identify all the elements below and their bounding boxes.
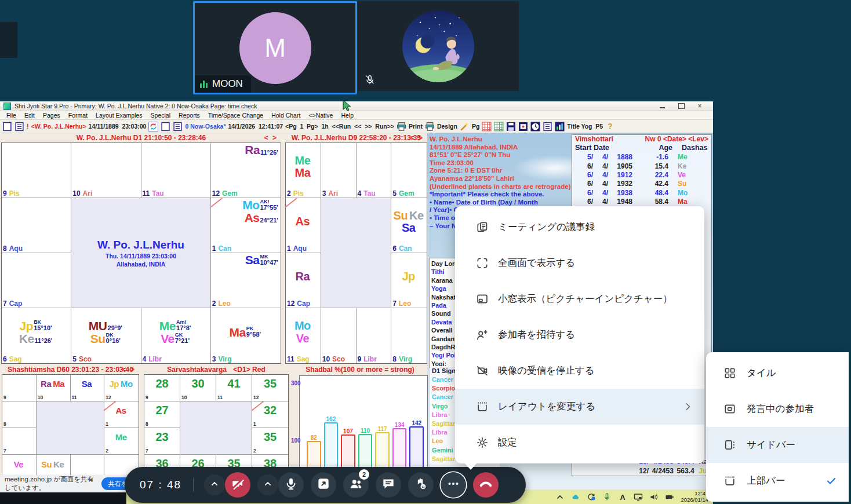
menu-item-label: 設定 <box>498 436 517 449</box>
toolbar-item[interactable]: 0 Now-Osaka* <box>185 123 226 130</box>
reactions-icon <box>413 476 428 494</box>
dasha-cell: -1.6 <box>632 153 668 162</box>
reactions-button[interactable] <box>408 472 434 498</box>
menu-time-space-change[interactable]: Time/Space Change <box>204 112 267 119</box>
submenu-item-label: タイル <box>747 367 776 379</box>
end-call-button[interactable] <box>473 472 499 498</box>
notes-icon <box>476 221 489 233</box>
tray-speaker-icon[interactable] <box>649 492 659 502</box>
menu-item-notes[interactable]: ミーティングの議事録 <box>455 209 704 245</box>
sign-number: 8 <box>3 244 7 253</box>
tray-chevron-icon[interactable] <box>555 492 565 502</box>
dasha-planet: Mo <box>678 189 695 198</box>
print-icon <box>397 122 406 132</box>
planet-abbrev: Su <box>41 460 52 469</box>
toolbar-item[interactable]: 14/11/1889 23:03:00 <box>89 123 147 130</box>
tray-cloud-icon[interactable] <box>571 492 580 502</box>
planet-meta: GK7°21' <box>175 333 190 344</box>
sign-name: Gem <box>399 189 414 198</box>
toolbar-item[interactable]: Design <box>437 123 457 130</box>
chat-button[interactable] <box>376 472 401 498</box>
cell-number: 2 <box>253 448 256 454</box>
menu-format[interactable]: Format <box>64 112 92 119</box>
submenu-item-speaker-view[interactable]: 発言中の参加者 <box>706 391 849 427</box>
menu-file[interactable]: File <box>2 112 20 119</box>
sign-name: Aqu <box>293 244 307 253</box>
shadbal-title: Shadbal %(100 or more = strong) <box>291 366 429 374</box>
planets: MeMa <box>287 144 318 189</box>
camera-options-button[interactable] <box>204 474 225 495</box>
planet-abbrev: As <box>116 406 126 415</box>
planet-abbrev: Me <box>294 155 310 166</box>
planet-abbrev: Jp <box>110 379 119 388</box>
video-tile-guest[interactable] <box>358 1 519 91</box>
planet-line: Sa <box>82 379 92 388</box>
menu-item-invite[interactable]: 参加者を招待する <box>455 317 704 353</box>
chart-nav-buttons[interactable]: < > <box>122 366 136 374</box>
planet-line: Me <box>294 155 310 166</box>
dasha-cell: 4/ <box>649 467 658 476</box>
toolbar-item[interactable]: <Pg 1 Pg> 1h <<Run << >> Run>> <box>285 123 394 130</box>
menu-pages[interactable]: Pages <box>39 112 64 119</box>
menu-item-gear[interactable]: 設定 <box>455 425 704 461</box>
submenu-item-topbar[interactable]: 上部バー <box>706 463 849 499</box>
taskbar-clock[interactable]: 12:412026/01/14 <box>681 491 708 503</box>
minimize-button[interactable] <box>659 103 667 109</box>
planet-meta: 11°26' <box>35 333 53 344</box>
menu--native[interactable]: <>Native <box>304 112 337 119</box>
participants-count-badge: 2 <box>359 469 369 480</box>
toolbar-item[interactable]: Pg <box>472 123 479 130</box>
planet-entry: As24°21' <box>245 211 278 224</box>
more-button[interactable] <box>441 472 466 498</box>
menu-reports[interactable]: Reports <box>174 112 204 119</box>
toolbar-item[interactable]: 14/1/2026 12:41:07 <box>228 123 283 130</box>
app-icon <box>3 103 11 110</box>
mic-button[interactable] <box>278 472 304 498</box>
submenu-item-sidebar[interactable]: サイドバー <box>706 427 849 463</box>
tray-sync-icon[interactable] <box>587 492 596 502</box>
planet-line: Jp <box>402 271 414 282</box>
close-button[interactable]: × <box>696 103 704 109</box>
tray-ime-a-icon[interactable]: A <box>618 492 627 502</box>
share-banner-text: meeting.zoho.jp が画面を共有しています。 <box>5 475 97 492</box>
menu-special[interactable]: Special <box>147 112 174 119</box>
planet-abbrev: Ma <box>53 379 64 388</box>
toolbar-item[interactable]: Title Yog P5 <box>567 123 603 130</box>
chart-header: W. Po. J.L.Nerhu D9 22:58:20 - 23:13:35<… <box>285 134 427 143</box>
menu-item-layout[interactable]: レイアウトを変更する <box>455 389 704 425</box>
toolbar-item[interactable]: <W. Po. J.L.Nerhu> <box>31 123 86 130</box>
menu-help[interactable]: Help <box>337 112 358 119</box>
toolbar-item[interactable]: Print <box>409 123 423 130</box>
chart-cell-9: 9 <box>2 375 37 401</box>
menu-item-fullscreen[interactable]: 全画面で表示する <box>455 245 704 281</box>
participants-button[interactable]: 2 <box>343 472 369 498</box>
tray-battery-icon[interactable] <box>665 492 674 502</box>
camera-button[interactable] <box>225 472 250 498</box>
menu-item-pip[interactable]: 小窓表示（ピクチャーインピクチャー） <box>455 281 704 317</box>
toolbar-item[interactable]: ! <box>27 123 29 130</box>
menu-layout-examples[interactable]: Layout Examples <box>92 112 147 119</box>
meeting-control-bar: 07 : 48 2 <box>125 467 526 503</box>
sign-number: 9 <box>358 355 362 363</box>
maximize-button[interactable] <box>677 103 685 109</box>
chart-nav-buttons[interactable]: < > <box>264 134 278 142</box>
app-titlebar[interactable]: Shri Jyoti Star 9 Pro - Primary: W. Po. … <box>0 101 713 111</box>
vimshottari-controls[interactable]: Nw 0 <Date> <Lev> <box>645 135 708 144</box>
mic-options-button[interactable] <box>257 474 278 495</box>
menu-edit[interactable]: Edit <box>20 112 39 119</box>
share-screen-button[interactable] <box>311 472 336 498</box>
planets: JpBK15°10'Ke11°26' <box>3 309 68 355</box>
tray-monitor-icon[interactable] <box>634 492 643 502</box>
sign-name: Virg <box>218 355 231 363</box>
chart-nav-buttons[interactable]: < > <box>410 134 424 142</box>
tray-mic-icon[interactable] <box>602 492 612 502</box>
sign-number: 2 <box>212 300 216 308</box>
video-tile-moon[interactable]: M MOON <box>193 1 357 94</box>
d60-chart: Shashtiamsha D60 23:01:23 - 23:03:40< >9… <box>2 366 139 482</box>
dasha-planet: Me <box>678 153 695 162</box>
planet-abbrev: Su <box>90 333 106 345</box>
submenu-item-tiles[interactable]: タイル <box>706 355 849 391</box>
menu-hold-chart[interactable]: Hold Chart <box>267 112 304 119</box>
menu-item-stop-video[interactable]: 映像の受信を停止する <box>455 353 704 389</box>
planet-abbrev: Me <box>115 433 127 441</box>
